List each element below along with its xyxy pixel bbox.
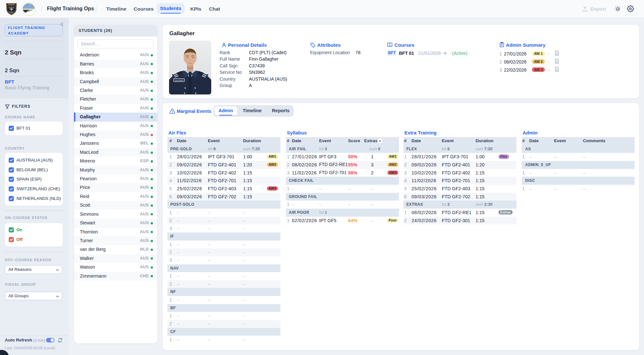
svg-text:GALLAGHER: GALLAGHER	[175, 80, 183, 81]
